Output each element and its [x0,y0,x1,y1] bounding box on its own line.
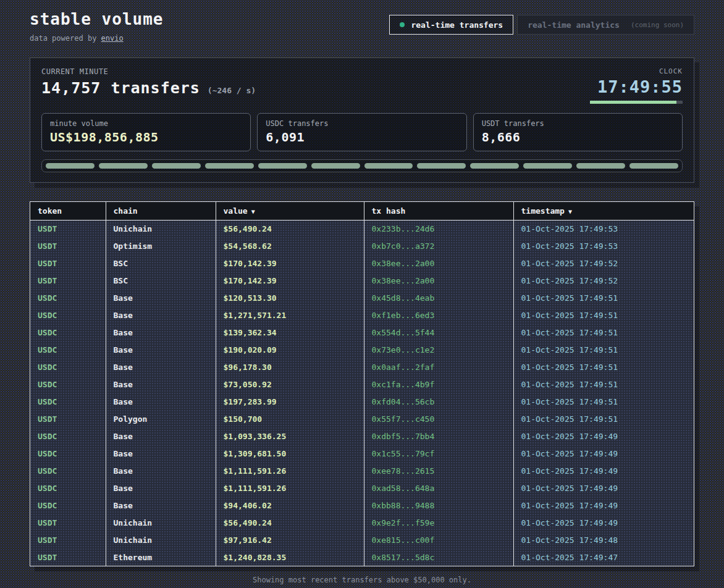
table-row: USDC Base $94,406.02 0xbb88...9488 01-Oc… [30,497,694,514]
clock-label: CLOCK [590,67,683,75]
clock-block: CLOCK 17:49:55 [590,67,683,104]
sort-arrow-icon: ▼ [568,208,572,215]
cell-value: $1,111,591.26 [216,462,364,479]
progress-segment [205,163,254,169]
stat-card-usdc-transfers: USDC transfers 6,091 [257,113,466,151]
cell-value: $54,568.62 [216,237,364,254]
table-row: USDT Unichain $56,490.24 0x233b...24d6 0… [30,220,694,237]
cell-value: $73,050.92 [216,376,364,393]
powered-by-text: data powered by envio [30,34,164,43]
cell-timestamp: 01-Oct-2025 17:49:51 [513,393,694,410]
cell-tx-hash[interactable]: 0x233b...24d6 [364,220,513,237]
cell-chain: BSC [106,254,216,272]
cell-token: USDC [30,497,106,514]
cell-timestamp: 01-Oct-2025 17:49:51 [513,306,694,324]
cell-timestamp: 01-Oct-2025 17:49:49 [513,427,694,445]
cell-token: USDC [30,462,106,479]
cell-value: $120,513.30 [216,289,364,306]
progress-segment [258,163,307,169]
tab-real-time-analytics[interactable]: real-time analytics (coming soon) [517,15,694,35]
cell-tx-hash[interactable]: 0xf1eb...6ed3 [364,306,513,324]
cell-token: USDC [30,341,106,358]
cell-token: USDT [30,272,106,289]
cell-chain: Base [106,479,216,497]
table-row: USDC Base $120,513.30 0x45d8...4eab 01-O… [30,289,694,306]
column-header-value[interactable]: value▼ [216,202,364,220]
cell-tx-hash[interactable]: 0x554d...5f44 [364,324,513,341]
cell-tx-hash[interactable]: 0x55f7...c450 [364,410,513,427]
cell-tx-hash[interactable]: 0x9e2f...f59e [364,514,513,531]
cell-timestamp: 01-Oct-2025 17:49:51 [513,410,694,427]
cell-chain: Base [106,289,216,306]
cell-tx-hash[interactable]: 0x73e0...c1e2 [364,341,513,358]
table-body: USDT Unichain $56,490.24 0x233b...24d6 0… [30,220,694,566]
cell-token: USDT [30,220,106,237]
progress-segment [523,163,572,169]
table-row: USDT Ethereum $1,240,828.35 0x8517...5d8… [30,548,694,566]
stat-card-value: US$198,856,885 [50,130,242,145]
cell-tx-hash[interactable]: 0xbb88...9488 [364,497,513,514]
cell-tx-hash[interactable]: 0xee78...2615 [364,462,513,479]
progress-segment [576,163,625,169]
cell-value: $1,240,828.35 [216,548,364,566]
cell-tx-hash[interactable]: 0xad58...648a [364,479,513,497]
cell-value: $1,271,571.21 [216,306,364,324]
tab-real-time-transfers[interactable]: real-time transfers [389,15,513,35]
minute-progress-segments [41,159,683,172]
column-header-tx-hash[interactable]: tx hash [364,202,513,220]
cell-value: $197,283.99 [216,393,364,410]
stat-card-label: USDT transfers [482,119,674,128]
cell-value: $96,178.30 [216,358,364,376]
cell-tx-hash[interactable]: 0x0aaf...2faf [364,358,513,376]
cell-timestamp: 01-Oct-2025 17:49:51 [513,289,694,306]
cell-timestamp: 01-Oct-2025 17:49:47 [513,548,694,566]
cell-chain: Unichain [106,531,216,548]
cell-chain: Unichain [106,514,216,531]
cell-timestamp: 01-Oct-2025 17:49:51 [513,376,694,393]
table-row: USDC Base $73,050.92 0xc1fa...4b9f 01-Oc… [30,376,694,393]
transfers-count: 14,757 transfers [41,79,200,97]
table-row: USDC Base $1,271,571.21 0xf1eb...6ed3 01… [30,306,694,324]
progress-segment [99,163,148,169]
cell-timestamp: 01-Oct-2025 17:49:53 [513,237,694,254]
cell-tx-hash[interactable]: 0x38ee...2a00 [364,272,513,289]
cell-token: USDC [30,427,106,445]
cell-token: USDC [30,358,106,376]
cell-tx-hash[interactable]: 0xb7c0...a372 [364,237,513,254]
cell-tx-hash[interactable]: 0x1c55...79cf [364,445,513,462]
table-row: USDC Base $197,283.99 0xfd04...56cb 01-O… [30,393,694,410]
cell-value: $56,490.24 [216,220,364,237]
table-row: USDC Base $1,309,681.50 0x1c55...79cf 01… [30,445,694,462]
column-header-timestamp[interactable]: timestamp▼ [513,202,694,220]
cell-value: $1,093,336.25 [216,427,364,445]
cell-chain: Ethereum [106,548,216,566]
table-row: USDT Polygon $150,700 0x55f7...c450 01-O… [30,410,694,427]
cell-chain: Base [106,497,216,514]
transfers-block: CURRENT MINUTE 14,757 transfers (~246 / … [41,67,256,97]
cell-token: USDC [30,445,106,462]
cell-tx-hash[interactable]: 0xc1fa...4b9f [364,376,513,393]
cell-tx-hash[interactable]: 0xe815...c00f [364,531,513,548]
cell-tx-hash[interactable]: 0x8517...5d8c [364,548,513,566]
progress-segment [46,163,95,169]
table-row: USDT Unichain $56,490.24 0x9e2f...f59e 0… [30,514,694,531]
cell-tx-hash[interactable]: 0x38ee...2a00 [364,254,513,272]
table-row: USDT BSC $170,142.39 0x38ee...2a00 01-Oc… [30,272,694,289]
top-bar: stable volume data powered by envio real… [30,0,694,43]
stats-top-row: CURRENT MINUTE 14,757 transfers (~246 / … [41,67,683,104]
table-row: USDC Base $96,178.30 0x0aaf...2faf 01-Oc… [30,358,694,376]
cell-tx-hash[interactable]: 0xfd04...56cb [364,393,513,410]
cell-value: $190,020.09 [216,341,364,358]
envio-link[interactable]: envio [101,34,124,43]
cell-timestamp: 01-Oct-2025 17:49:49 [513,462,694,479]
cell-chain: Base [106,393,216,410]
column-header-chain[interactable]: chain [106,202,216,220]
cell-value: $170,142.39 [216,272,364,289]
cell-value: $97,916.42 [216,531,364,548]
footer-note: Showing most recent transfers above $50,… [30,576,694,584]
cell-tx-hash[interactable]: 0xdbf5...7bb4 [364,427,513,445]
column-header-token[interactable]: token [30,202,106,220]
cell-tx-hash[interactable]: 0x45d8...4eab [364,289,513,306]
cell-chain: Base [106,341,216,358]
cell-timestamp: 01-Oct-2025 17:49:49 [513,497,694,514]
